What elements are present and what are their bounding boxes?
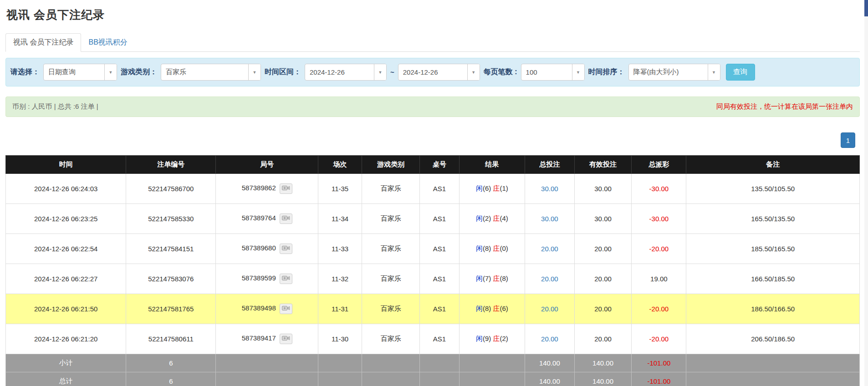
scrollbar[interactable] <box>864 0 868 386</box>
replay-button[interactable] <box>280 334 292 344</box>
pagination-top: 1 <box>5 132 860 148</box>
cell-time: 2024-12-26 06:22:27 <box>6 264 126 294</box>
replay-button[interactable] <box>280 183 292 194</box>
column-header: 游戏类别 <box>362 156 420 174</box>
page-size-label: 每页笔数 : <box>484 67 517 77</box>
cell-game-type: 百家乐 <box>362 204 420 234</box>
game-type-select[interactable]: 百家乐 ▼ <box>161 64 261 81</box>
summary-valid-bet: 140.00 <box>574 372 632 386</box>
cell-round: 587389498 <box>216 294 318 324</box>
cell-table-no: AS1 <box>420 264 459 294</box>
sort-label: 时间排序： <box>588 67 625 77</box>
bet-records-table: 时间注单编号局号场次游戏类别桌号结果总投注有效投注总派彩备注 2024-12-2… <box>5 155 860 386</box>
cell-bet-id: 522147584151 <box>126 234 216 264</box>
video-icon <box>282 245 290 253</box>
summary-count: 6 <box>126 354 216 372</box>
cell-table-no: AS1 <box>420 324 459 354</box>
video-icon <box>282 275 290 283</box>
summary-row: 小计6140.00140.00-101.00 <box>6 354 860 372</box>
summary-empty-cell <box>362 372 420 386</box>
total-bet-link[interactable]: 20.00 <box>541 245 558 253</box>
search-button[interactable]: 查询 <box>726 64 755 81</box>
date-from-select[interactable]: 2024-12-26 ▼ <box>305 64 387 81</box>
cell-bet-id: 522147580611 <box>126 324 216 354</box>
cell-session: 11-33 <box>318 234 362 264</box>
total-bet-link[interactable]: 20.00 <box>541 305 558 313</box>
video-icon <box>282 335 290 343</box>
cell-result: 闲(6) 庄(1) <box>459 174 525 204</box>
cell-table-no: AS1 <box>420 204 459 234</box>
cell-round: 587389764 <box>216 204 318 234</box>
cell-valid-bet: 20.00 <box>574 294 632 324</box>
notice-text: 同局有效投注，统一计算在该局第一张注单内 <box>716 102 853 111</box>
result-banker-score: (1) <box>500 184 508 192</box>
cell-valid-bet: 30.00 <box>574 174 632 204</box>
result-player-score: (8) <box>483 305 493 312</box>
cell-payout: -30.00 <box>632 174 686 204</box>
summary-empty-cell <box>686 354 860 372</box>
cell-result: 闲(8) 庄(0) <box>459 234 525 264</box>
summary-empty-cell <box>318 372 362 386</box>
replay-button[interactable] <box>280 213 292 224</box>
total-bet-link[interactable]: 20.00 <box>541 275 558 283</box>
cell-game-type: 百家乐 <box>362 174 420 204</box>
chevron-down-icon: ▼ <box>708 64 720 80</box>
tab-bet-records[interactable]: 视讯 会员下注纪录 <box>5 33 81 52</box>
cell-result: 闲(9) 庄(2) <box>459 324 525 354</box>
video-icon <box>282 305 290 313</box>
result-banker-score: (6) <box>500 305 508 312</box>
summary-empty-cell <box>459 354 525 372</box>
total-bet-link[interactable]: 20.00 <box>541 335 558 343</box>
summary-payout: -101.00 <box>632 372 686 386</box>
cell-total-bet: 20.00 <box>525 294 575 324</box>
replay-button[interactable] <box>280 304 292 314</box>
summary-row: 总计6140.00140.00-101.00 <box>6 372 860 386</box>
game-type-value: 百家乐 <box>161 68 248 76</box>
cell-payout: -30.00 <box>632 204 686 234</box>
cell-session: 11-32 <box>318 264 362 294</box>
cell-session: 11-35 <box>318 174 362 204</box>
sort-select[interactable]: 降幂(由大到小) ▼ <box>628 64 720 81</box>
date-to-select[interactable]: 2024-12-26 ▼ <box>398 64 480 81</box>
query-type-select[interactable]: 日期查询 ▼ <box>43 64 117 81</box>
total-bet-link[interactable]: 30.00 <box>541 215 558 223</box>
summary-valid-bet: 140.00 <box>574 354 632 372</box>
page-1-button[interactable]: 1 <box>841 132 855 148</box>
summary-empty-cell <box>216 354 318 372</box>
result-player: 闲 <box>476 214 483 222</box>
column-header: 有效投注 <box>574 156 632 174</box>
cell-valid-bet: 20.00 <box>574 234 632 264</box>
cell-bet-id: 522147583076 <box>126 264 216 294</box>
page-size-select[interactable]: 100 ▼ <box>521 64 585 81</box>
query-type-label: 请选择： <box>10 67 40 77</box>
tab-bb-video-points[interactable]: BB视讯积分 <box>81 34 134 51</box>
replay-button[interactable] <box>280 244 292 254</box>
cell-time: 2024-12-26 06:24:03 <box>6 174 126 204</box>
chevron-down-icon: ▼ <box>572 64 584 80</box>
total-bet-link[interactable]: 30.00 <box>541 185 558 193</box>
column-header: 备注 <box>686 156 860 174</box>
round-number: 587389680 <box>242 244 276 252</box>
content: 视讯 会员下注纪录 视讯 会员下注纪录 BB视讯积分 请选择： 日期查询 ▼ 游… <box>5 7 860 386</box>
result-banker-score: (8) <box>500 274 508 282</box>
result-player: 闲 <box>476 305 483 312</box>
cell-remark: 186.50/166.50 <box>686 294 860 324</box>
cell-table-no: AS1 <box>420 174 459 204</box>
cell-payout: -20.00 <box>632 234 686 264</box>
cell-game-type: 百家乐 <box>362 234 420 264</box>
result-player: 闲 <box>476 335 483 342</box>
cell-total-bet: 20.00 <box>525 234 575 264</box>
range-separator: ~ <box>390 68 394 76</box>
page: 视讯 会员下注纪录 视讯 会员下注纪录 BB视讯积分 请选择： 日期查询 ▼ 游… <box>0 0 868 386</box>
summary-empty-cell <box>362 354 420 372</box>
result-banker: 庄 <box>493 214 500 222</box>
result-player: 闲 <box>476 274 483 282</box>
round-number: 587389599 <box>242 274 276 282</box>
round-number: 587389764 <box>242 214 276 222</box>
scrollbar-thumb[interactable] <box>864 0 868 16</box>
replay-button[interactable] <box>280 274 292 284</box>
game-type-label: 游戏类别： <box>121 67 157 77</box>
summary-count: 6 <box>126 372 216 386</box>
cell-valid-bet: 30.00 <box>574 204 632 234</box>
table-row: 2024-12-26 06:24:03522147586700587389862… <box>6 174 860 204</box>
